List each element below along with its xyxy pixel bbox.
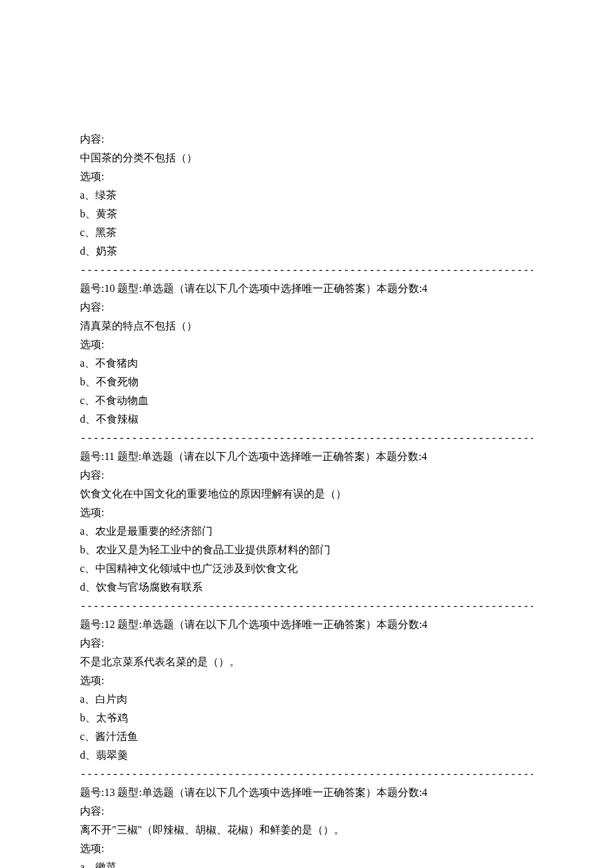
option: d、翡翠羹 (80, 746, 533, 765)
question-number: 11 (104, 451, 114, 462)
option: c、中国精神文化领域中也广泛涉及到饮食文化 (80, 559, 533, 578)
question-text: 中国茶的分类不包括（） (80, 149, 533, 167)
question-number: 10 (104, 283, 115, 294)
question-block: 题号:10 题型:单选题（请在以下几个选项中选择唯一正确答案）本题分数:4 内容… (80, 279, 533, 447)
options-label: 选项: (80, 335, 533, 354)
question-block: 题号:12 题型:单选题（请在以下几个选项中选择唯一正确答案）本题分数:4 内容… (80, 615, 533, 783)
question-score: 4 (422, 787, 427, 798)
option: a、徽菜 (80, 858, 533, 868)
score-prefix: 本题分数: (376, 451, 421, 462)
question-type: 单选题（请在以下几个选项中选择唯一正确答案） (142, 619, 376, 630)
question-score: 4 (422, 619, 427, 630)
option: a、白片肉 (80, 690, 533, 709)
qtype-prefix: 题型: (115, 283, 141, 294)
option: c、不食动物血 (80, 391, 533, 410)
option: d、饮食与官场腐败有联系 (80, 578, 533, 597)
question-score: 4 (422, 283, 427, 294)
divider: ----------------------------------------… (80, 765, 533, 783)
question-text: 离不开"三椒"（即辣椒、胡椒、花椒）和鲜姜的是（）。 (80, 821, 533, 839)
content-label: 内容: (80, 298, 533, 317)
question-header: 题号:13 题型:单选题（请在以下几个选项中选择唯一正确答案）本题分数:4 (80, 783, 533, 802)
qnum-prefix: 题号: (80, 787, 104, 798)
qnum-prefix: 题号: (80, 451, 104, 462)
options-label: 选项: (80, 503, 533, 522)
option: a、农业是最重要的经济部门 (80, 522, 533, 541)
option: b、不食死物 (80, 373, 533, 391)
option: b、黄茶 (80, 205, 533, 223)
qtype-prefix: 题型: (115, 787, 141, 798)
qnum-prefix: 题号: (80, 283, 104, 294)
option: b、太爷鸡 (80, 709, 533, 727)
divider: ----------------------------------------… (80, 597, 533, 615)
content-label: 内容: (80, 634, 533, 653)
question-text: 饮食文化在中国文化的重要地位的原因理解有误的是（） (80, 485, 533, 503)
content-label: 内容: (80, 802, 533, 821)
score-prefix: 本题分数: (376, 283, 422, 294)
partial-question-block: 内容: 中国茶的分类不包括（） 选项: a、绿茶 b、黄茶 c、黑茶 d、奶茶 … (80, 130, 533, 279)
options-label: 选项: (80, 167, 533, 186)
option: d、奶茶 (80, 242, 533, 261)
options-label: 选项: (80, 671, 533, 690)
question-header: 题号:11 题型:单选题（请在以下几个选项中选择唯一正确答案）本题分数:4 (80, 447, 533, 466)
question-text: 清真菜的特点不包括（） (80, 317, 533, 335)
qtype-prefix: 题型: (115, 451, 141, 462)
question-block: 题号:11 题型:单选题（请在以下几个选项中选择唯一正确答案）本题分数:4 内容… (80, 447, 533, 615)
question-type: 单选题（请在以下几个选项中选择唯一正确答案） (142, 283, 376, 294)
option: c、黑茶 (80, 223, 533, 242)
question-number: 13 (104, 787, 115, 798)
question-number: 12 (104, 619, 115, 630)
option: c、酱汁活鱼 (80, 727, 533, 746)
option: a、不食猪肉 (80, 354, 533, 373)
divider: ----------------------------------------… (80, 261, 533, 279)
question-block: 题号:13 题型:单选题（请在以下几个选项中选择唯一正确答案）本题分数:4 内容… (80, 783, 533, 868)
divider: ----------------------------------------… (80, 429, 533, 447)
option: a、绿茶 (80, 186, 533, 205)
options-label: 选项: (80, 839, 533, 858)
score-prefix: 本题分数: (376, 619, 422, 630)
content-label: 内容: (80, 466, 533, 485)
question-header: 题号:10 题型:单选题（请在以下几个选项中选择唯一正确答案）本题分数:4 (80, 279, 533, 298)
question-type: 单选题（请在以下几个选项中选择唯一正确答案） (142, 787, 376, 798)
content-label: 内容: (80, 130, 533, 149)
question-type: 单选题（请在以下几个选项中选择唯一正确答案） (141, 451, 376, 462)
score-prefix: 本题分数: (376, 787, 422, 798)
qnum-prefix: 题号: (80, 619, 104, 630)
question-header: 题号:12 题型:单选题（请在以下几个选项中选择唯一正确答案）本题分数:4 (80, 615, 533, 634)
option: d、不食辣椒 (80, 410, 533, 429)
qtype-prefix: 题型: (115, 619, 141, 630)
option: b、农业又是为轻工业中的食品工业提供原材料的部门 (80, 541, 533, 559)
question-score: 4 (422, 451, 427, 462)
question-text: 不是北京菜系代表名菜的是（）。 (80, 653, 533, 671)
